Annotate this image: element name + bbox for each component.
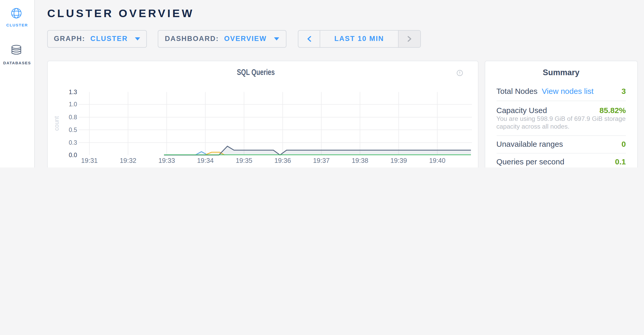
svg-text:count: count [53, 116, 60, 130]
svg-text:1.0: 1.0 [68, 101, 77, 107]
svg-text:0.0: 0.0 [68, 151, 77, 158]
svg-text:1.3: 1.3 [68, 88, 77, 95]
svg-text:0.3: 0.3 [68, 139, 77, 146]
svg-text:19:39: 19:39 [390, 157, 407, 164]
svg-text:SQL Queries: SQL Queries [237, 67, 275, 76]
svg-text:0.8: 0.8 [68, 114, 77, 120]
svg-text:19:36: 19:36 [274, 157, 291, 164]
svg-text:19:40: 19:40 [429, 157, 445, 164]
svg-text:19:35: 19:35 [235, 157, 252, 164]
svg-text:0.5: 0.5 [68, 126, 77, 133]
svg-text:19:37: 19:37 [313, 157, 329, 164]
svg-text:19:31: 19:31 [81, 157, 97, 164]
svg-text:19:32: 19:32 [119, 157, 136, 164]
svg-text:19:33: 19:33 [158, 157, 175, 164]
svg-text:19:38: 19:38 [351, 157, 368, 164]
svg-text:19:34: 19:34 [197, 157, 213, 164]
